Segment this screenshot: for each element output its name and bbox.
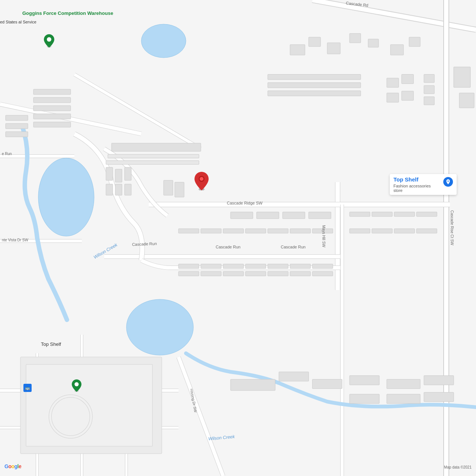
- google-logo: Google: [4, 463, 21, 469]
- top-shelf-card[interactable]: Top Shelf Fashion accessories store: [390, 174, 457, 195]
- svg-rect-78: [245, 271, 266, 276]
- svg-rect-77: [223, 271, 244, 276]
- svg-rect-48: [327, 43, 340, 54]
- svg-rect-39: [33, 97, 71, 103]
- svg-rect-47: [309, 37, 321, 46]
- svg-rect-53: [106, 167, 113, 180]
- svg-point-123: [47, 37, 51, 42]
- ashford-label: Top Shelf: [41, 341, 61, 348]
- goggins-pin[interactable]: [44, 34, 54, 48]
- svg-rect-72: [268, 264, 288, 268]
- svg-rect-109: [279, 372, 309, 381]
- svg-rect-43: [112, 143, 201, 151]
- map-container[interactable]: Cascade Rd Cascade Ridge SW Cascade Run …: [0, 0, 476, 476]
- svg-rect-68: [178, 264, 199, 268]
- svg-rect-87: [290, 229, 311, 233]
- svg-point-35: [141, 24, 186, 58]
- svg-point-36: [38, 158, 94, 236]
- svg-rect-97: [387, 78, 399, 87]
- svg-rect-96: [416, 229, 437, 233]
- svg-rect-98: [402, 74, 414, 84]
- svg-rect-119: [6, 132, 28, 137]
- svg-rect-81: [312, 271, 333, 276]
- svg-rect-58: [125, 184, 131, 195]
- svg-rect-63: [175, 182, 184, 197]
- svg-rect-115: [387, 394, 420, 403]
- svg-rect-91: [394, 212, 415, 216]
- svg-rect-118: [6, 123, 28, 129]
- svg-rect-75: [178, 271, 199, 276]
- svg-rect-51: [390, 45, 403, 55]
- svg-rect-56: [106, 184, 113, 195]
- svg-rect-112: [387, 379, 420, 389]
- svg-rect-71: [245, 264, 266, 268]
- svg-rect-117: [6, 115, 28, 120]
- svg-rect-45: [106, 161, 199, 164]
- svg-rect-90: [372, 212, 392, 216]
- svg-rect-120: [454, 67, 470, 87]
- svg-point-128: [200, 177, 203, 181]
- svg-rect-61: [268, 91, 361, 96]
- svg-rect-65: [257, 212, 279, 219]
- svg-rect-74: [312, 264, 333, 268]
- svg-rect-95: [394, 229, 415, 233]
- svg-rect-76: [201, 271, 221, 276]
- svg-rect-57: [115, 184, 122, 195]
- svg-rect-82: [178, 229, 199, 233]
- map-svg: [0, 0, 476, 476]
- svg-rect-93: [350, 229, 370, 233]
- svg-rect-67: [309, 212, 331, 219]
- svg-rect-40: [33, 106, 71, 111]
- svg-rect-89: [350, 212, 370, 216]
- svg-rect-66: [283, 212, 305, 219]
- svg-rect-100: [402, 91, 414, 100]
- svg-rect-73: [290, 264, 311, 268]
- svg-rect-69: [201, 264, 221, 268]
- ashford-pin[interactable]: [72, 379, 81, 392]
- svg-rect-85: [245, 229, 266, 233]
- svg-point-37: [126, 299, 193, 355]
- goggins-force-label: Goggins Force Competition Warehouse: [22, 10, 113, 17]
- svg-rect-84: [223, 229, 244, 233]
- svg-rect-116: [424, 392, 454, 402]
- svg-rect-92: [416, 212, 437, 216]
- svg-rect-102: [424, 86, 434, 94]
- svg-rect-110: [312, 379, 342, 389]
- svg-rect-54: [115, 169, 122, 182]
- svg-rect-44: [108, 154, 199, 158]
- svg-rect-55: [125, 167, 131, 180]
- svg-rect-59: [268, 74, 361, 80]
- svg-rect-80: [290, 271, 311, 276]
- svg-rect-49: [350, 33, 361, 43]
- svg-rect-41: [33, 114, 71, 119]
- svg-rect-94: [372, 229, 392, 233]
- svg-rect-86: [268, 229, 288, 233]
- svg-rect-103: [424, 97, 434, 105]
- selected-location-pin: [194, 172, 209, 190]
- svg-rect-83: [201, 229, 221, 233]
- svg-rect-60: [268, 83, 361, 88]
- svg-rect-114: [350, 394, 379, 403]
- svg-rect-64: [231, 212, 253, 219]
- top-shelf-name: Top Shelf: [393, 176, 440, 183]
- svg-rect-111: [350, 376, 379, 385]
- svg-rect-38: [33, 89, 71, 94]
- top-shelf-text: Top Shelf Fashion accessories store: [393, 176, 440, 193]
- us-postal-label: ed States al Service: [0, 19, 36, 25]
- top-shelf-type: Fashion accessories store: [393, 184, 440, 193]
- copyright-notice: Map data ©2021: [444, 465, 472, 469]
- top-shelf-icon: [443, 177, 453, 187]
- svg-rect-70: [223, 264, 244, 268]
- svg-rect-50: [368, 39, 379, 47]
- svg-rect-99: [387, 93, 399, 102]
- svg-rect-42: [33, 122, 71, 127]
- svg-rect-79: [268, 271, 288, 276]
- svg-rect-46: [290, 45, 305, 55]
- svg-point-125: [74, 382, 78, 386]
- svg-rect-108: [231, 379, 275, 390]
- bus-stop-icon[interactable]: 🚌: [23, 384, 32, 392]
- svg-rect-113: [424, 376, 454, 385]
- svg-rect-52: [409, 37, 420, 46]
- svg-rect-101: [424, 74, 434, 83]
- svg-rect-62: [164, 180, 173, 195]
